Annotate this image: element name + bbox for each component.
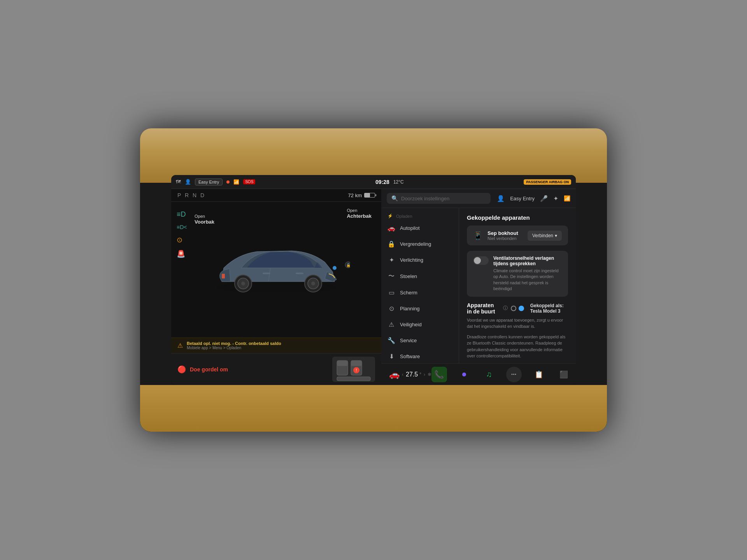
nav-section-label-text: Opladen xyxy=(396,214,412,219)
person-icon: 👤 xyxy=(185,179,191,185)
door-rear-name: Achterbak xyxy=(347,213,372,220)
toggle-row[interactable]: Ventilatorsnelheid verlagen tijdens gesp… xyxy=(467,251,568,297)
toggle-title: Ventilatorsnelheid verlagen tijdens gesp… xyxy=(493,256,562,266)
car-button[interactable]: 🚗 xyxy=(389,369,400,380)
status-bar: 🗺 👤 Easy Entry 📶 SOS 09:28 12°C PASSENGE… xyxy=(171,175,576,189)
device-name: Sep bokhout xyxy=(487,230,523,236)
radio-dot-2[interactable] xyxy=(519,306,524,311)
download-icon: ⬇ xyxy=(388,353,395,360)
wood-trim-top xyxy=(140,128,607,183)
svg-text:!: ! xyxy=(356,368,357,373)
connect-button[interactable]: Verbinden ▾ xyxy=(528,231,562,241)
car-area: Open Voorbak Open Achterbak xyxy=(171,202,381,338)
chevron-left: ‹ xyxy=(402,372,403,377)
app-recent[interactable]: 📋 xyxy=(531,367,547,382)
svg-rect-1 xyxy=(222,274,225,278)
nav-item-planning[interactable]: ⊙ Planning xyxy=(381,301,459,317)
temp-value: 27.5 xyxy=(406,371,418,378)
svg-rect-19 xyxy=(337,377,370,381)
prnd-bar: P R N D 72 km xyxy=(171,189,381,202)
left-panel: P R N D 72 km ≡D ≡D< ⊙ 🚨 xyxy=(171,189,381,385)
plan-icon: ⊙ xyxy=(388,305,395,312)
svg-rect-18 xyxy=(351,360,362,366)
clock: 09:28 xyxy=(375,179,389,185)
nav-menu: ⚡ Opladen 🚗 Autopilot 🔒 Vergrendeling xyxy=(381,208,459,363)
bluetooth-icon: ✦ xyxy=(553,195,558,202)
svg-text:🔓: 🔓 xyxy=(346,263,351,268)
nav-item-service-label: Service xyxy=(400,338,417,343)
nav-item-autopilot[interactable]: 🚗 Autopilot xyxy=(381,220,459,236)
easy-entry-status-label: Easy Entry xyxy=(198,180,219,184)
app-more[interactable]: ••• xyxy=(506,367,522,382)
alert-text-group: Betaald opl. niet mog. - Contr. onbetaal… xyxy=(187,341,281,350)
door-label-front: Open Voorbak xyxy=(195,214,214,226)
svg-rect-9 xyxy=(296,273,303,274)
nav-item-service[interactable]: 🔧 Service xyxy=(381,332,459,348)
search-container[interactable]: 🔍 Doorzoek instellingen xyxy=(387,193,491,204)
recent-icon: 📋 xyxy=(535,370,543,379)
light-icon: ✦ xyxy=(388,256,395,264)
search-bar: 🔍 Doorzoek instellingen 👤 Easy Entry 🎤 ✦… xyxy=(381,189,576,208)
nav-item-stoelen-label: Stoelen xyxy=(400,273,417,279)
wrench-icon: 🔧 xyxy=(388,337,395,344)
chevron-right: › xyxy=(424,372,425,377)
door-rear-action: Open xyxy=(347,208,372,213)
search-right: 👤 Easy Entry 🎤 ✦ 📶 xyxy=(497,195,570,202)
device-card[interactable]: 📱 Sep bokhout Niet verbonden Verbinden ▾ xyxy=(467,226,568,245)
wifi-icon: 📶 xyxy=(564,195,570,201)
taskbar-center: 📞 ♫ ••• 📋 xyxy=(431,367,576,382)
nav-item-software-label: Software xyxy=(400,354,420,359)
lock-icon: 🔒 xyxy=(388,240,395,248)
seatbelt-bar: 🔴 Doe gordel om xyxy=(171,353,381,385)
info-icon: ⓘ xyxy=(503,305,508,312)
app-phone[interactable]: 📞 xyxy=(431,367,447,382)
spotify-icon: ♫ xyxy=(486,370,492,379)
seatbelt-left: 🔴 Doe gordel om xyxy=(177,365,228,374)
temperature-status: 12°C xyxy=(393,179,404,185)
radio-group xyxy=(511,306,524,311)
nav-item-verlichting-label: Verlichting xyxy=(400,257,423,263)
airbag-badge: PASSENGER AIRBAG ON xyxy=(524,179,571,185)
ac-icon: ❄ xyxy=(428,372,431,377)
door-front-name: Voorbak xyxy=(195,219,214,226)
phone-icon: 📞 xyxy=(434,370,444,379)
door-front-action: Open xyxy=(195,214,214,219)
nav-item-planning-label: Planning xyxy=(400,306,420,312)
nav-item-veiligheid[interactable]: ⚠ Veiligheid xyxy=(381,317,459,332)
seatbelt-warning-icon: 🔴 xyxy=(177,365,186,374)
app-cards[interactable]: ⬛ xyxy=(556,367,572,382)
toggle-desc: Climate control moet zijn ingesteld op A… xyxy=(493,268,562,292)
wifi-status-icon: 📶 xyxy=(233,179,239,185)
media-icon xyxy=(462,373,466,376)
temp-display[interactable]: 27.5 ° xyxy=(406,371,421,378)
alert-icon: ⚠ xyxy=(177,342,183,349)
app-media[interactable] xyxy=(456,367,472,382)
nav-item-vergrendeling[interactable]: 🔒 Vergrendeling xyxy=(381,236,459,252)
info-text-1: Voordat we uw apparaat toevoegen, zorgt … xyxy=(467,317,568,330)
nav-item-stoelen[interactable]: 〜 Stoelen xyxy=(381,268,459,285)
seatbelt-text: Doe gordel om xyxy=(190,366,228,373)
alert-main-text: Betaald opl. niet mog. - Contr. onbetaal… xyxy=(187,341,281,346)
easy-entry-status: Easy Entry xyxy=(195,178,223,186)
svg-rect-16 xyxy=(337,360,348,366)
connect-label: Verbinden xyxy=(532,233,553,238)
nav-item-verlichting[interactable]: ✦ Verlichting xyxy=(381,252,459,268)
nav-item-scherm[interactable]: ▭ Scherm xyxy=(381,285,459,301)
status-left: 🗺 👤 Easy Entry 📶 SOS xyxy=(176,178,255,186)
cards-icon: ⬛ xyxy=(559,370,568,379)
app-spotify[interactable]: ♫ xyxy=(481,367,497,382)
svg-point-7 xyxy=(241,282,245,285)
mic-icon[interactable]: 🎤 xyxy=(540,195,548,202)
nav-item-software[interactable]: ⬇ Software xyxy=(381,348,459,363)
nearby-label: Apparaten in de buurt xyxy=(467,302,500,315)
radio-dot-1[interactable] xyxy=(511,306,516,311)
device-phone-icon: 📱 xyxy=(473,231,483,240)
easy-entry-label-text: Easy Entry xyxy=(510,196,535,201)
safety-icon: ⚠ xyxy=(388,321,395,328)
toggle-switch[interactable] xyxy=(473,256,489,265)
seat-icon: 〜 xyxy=(388,272,395,280)
info-text-2: Draadloze controllers kunnen worden geko… xyxy=(467,334,568,359)
prnd-display: P R N D xyxy=(177,192,205,198)
section-title: Gekoppelde apparaten xyxy=(467,214,568,221)
status-right: PASSENGER AIRBAG ON xyxy=(524,179,571,185)
